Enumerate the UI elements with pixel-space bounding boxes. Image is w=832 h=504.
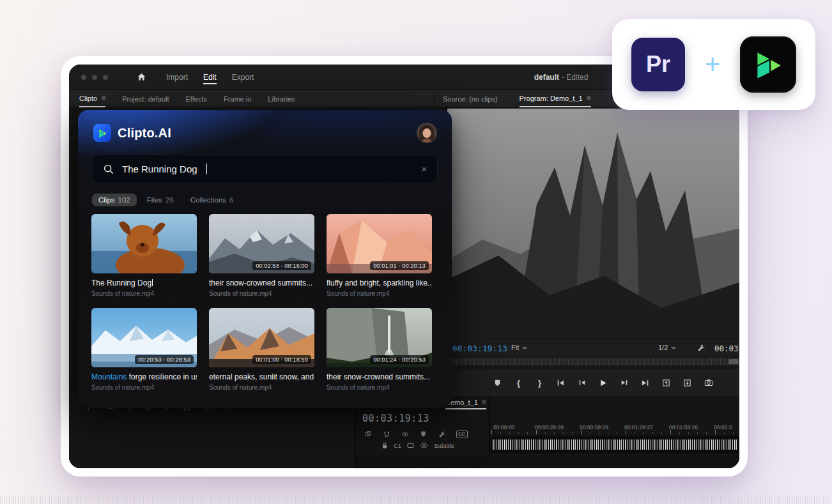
- premiere-pro-logo: Pr: [631, 38, 685, 91]
- playback-resolution-dropdown[interactable]: 1/2: [658, 344, 676, 351]
- clip-time-range: 00:02:53 - 00:16:00: [252, 261, 311, 270]
- tab-project[interactable]: Project: default: [122, 90, 169, 107]
- clip-card[interactable]: 00:01:00 - 00:18:59 eternal peaks, sunli…: [209, 308, 314, 391]
- mark-in-button[interactable]: {: [514, 378, 524, 388]
- linked-selection-icon[interactable]: [401, 430, 409, 438]
- result-tabs: Clips102 Files26 Collections6: [92, 194, 240, 206]
- clip-card[interactable]: 00:01:01 - 00:20:13 fluffy and bright, s…: [327, 214, 432, 297]
- transport-controls: { }: [447, 369, 739, 396]
- timeline-timecode[interactable]: 00:03:19:13: [362, 413, 429, 424]
- clipto-panel: Clipto.AI The Running Dog × Clips102 Fil…: [78, 110, 452, 408]
- window-dot-icon[interactable]: [81, 75, 86, 80]
- play-button[interactable]: [598, 378, 608, 388]
- clip-card[interactable]: 00:02:53 - 00:16:00 their snow-crowned s…: [209, 214, 314, 297]
- window-controls[interactable]: [81, 75, 108, 80]
- window-dot-icon[interactable]: [103, 75, 108, 80]
- project-name: default: [534, 73, 559, 82]
- clip-thumbnail-dog[interactable]: [91, 214, 197, 273]
- clip-time-range: 00:01:01 - 00:20:13: [370, 261, 429, 270]
- timeline-toolbar: CC: [364, 430, 468, 438]
- subtitle-clips-ticks: [493, 439, 738, 450]
- tab-source-monitor[interactable]: Source: (no clips): [443, 90, 498, 107]
- tab-collections[interactable]: Collections6: [184, 194, 240, 206]
- panel-tabs-left: Clipto ≡ Project: default Effects Frame.…: [79, 90, 295, 107]
- clip-filename: Sounds of nature.mp4: [327, 384, 432, 391]
- menu-edit[interactable]: Edit: [203, 70, 217, 84]
- clip-thumbnail-sunlit-peaks[interactable]: 00:01:00 - 00:18:59: [209, 308, 314, 367]
- tab-frameio[interactable]: Frame.io: [224, 90, 251, 107]
- fit-dropdown[interactable]: Fit: [511, 344, 527, 351]
- clip-thumbnail-pink-mountain[interactable]: 00:01:01 - 00:20:13: [327, 214, 432, 273]
- nest-icon[interactable]: [364, 430, 372, 438]
- timeline-footer: [356, 455, 739, 468]
- chevron-down-icon: [522, 346, 527, 349]
- tab-effects[interactable]: Effects: [186, 90, 207, 107]
- subtitle-clips-track[interactable]: [491, 436, 739, 454]
- tab-program-monitor[interactable]: Program: Demo_t_1 ≡: [520, 90, 591, 107]
- clip-time-range: 00:01:00 - 00:18:59: [252, 355, 311, 364]
- clip-thumbnail-rocky-mountain[interactable]: 00:02:53 - 00:16:00: [209, 214, 314, 273]
- track-label[interactable]: C1: [394, 442, 401, 449]
- step-back-button[interactable]: [577, 378, 587, 388]
- window-dot-icon[interactable]: [92, 75, 97, 80]
- subtitle-track-label: Subtitle: [434, 442, 454, 449]
- snap-magnet-icon[interactable]: [382, 430, 390, 438]
- edited-status: - Edited: [562, 73, 588, 82]
- captions-badge[interactable]: CC: [456, 431, 468, 438]
- monitor-controls-row: 00:03:19:13 Fit 1/2 00:03: [447, 340, 739, 356]
- timeline-marker-icon[interactable]: [419, 430, 428, 438]
- clip-thumbnail-waterfall-cliff[interactable]: 00:01:24 - 00:20:53: [327, 308, 432, 367]
- add-marker-button[interactable]: [493, 378, 503, 388]
- home-icon[interactable]: [137, 72, 146, 82]
- user-avatar[interactable]: [417, 123, 436, 142]
- clip-filename: Sounds of nature.mp4: [209, 290, 314, 297]
- panel-menu-icon[interactable]: ≡: [587, 94, 591, 103]
- mark-out-button[interactable]: }: [535, 378, 545, 388]
- eye-icon[interactable]: [420, 443, 428, 448]
- search-icon: [103, 164, 114, 175]
- step-forward-button[interactable]: [619, 378, 629, 388]
- main-menu: Import Edit Export: [166, 65, 254, 90]
- go-to-in-button[interactable]: [556, 378, 566, 388]
- track-output-icon[interactable]: [407, 443, 414, 448]
- clip-card[interactable]: The Running Dog Sounds of nature.mp4: [91, 214, 197, 297]
- clip-filename: Sounds of nature.mp4: [209, 384, 314, 391]
- timeline-settings-wrench-icon[interactable]: [438, 430, 446, 438]
- scrubber-handle[interactable]: [728, 359, 738, 364]
- search-input[interactable]: The Running Dog ×: [92, 155, 438, 183]
- panel-menu-icon[interactable]: ≡: [101, 94, 105, 103]
- clipto-header: Clipto.AI: [93, 123, 436, 142]
- clip-title: eternal peaks, sunlit snow, and...: [209, 372, 314, 381]
- menu-export[interactable]: Export: [232, 70, 254, 84]
- export-frame-camera-icon[interactable]: [704, 378, 714, 388]
- tab-clips[interactable]: Clips102: [92, 194, 137, 206]
- clip-filename: Sounds of nature.mp4: [327, 290, 432, 297]
- tab-clipto[interactable]: Clipto ≡: [79, 90, 105, 107]
- tab-libraries[interactable]: Libraries: [268, 90, 295, 107]
- extract-button[interactable]: [682, 378, 693, 388]
- monitor-settings-wrench-icon[interactable]: [697, 344, 705, 352]
- timeline-ruler[interactable]: 00:00:00 00:00:29:29 00:00:59:28 00:01:2…: [491, 424, 739, 434]
- promo-card: Pr +: [612, 19, 815, 110]
- menu-import[interactable]: Import: [166, 70, 188, 84]
- program-monitor: 00:03:19:13 Fit 1/2 00:03: [447, 107, 739, 396]
- go-to-out-button[interactable]: [640, 378, 651, 388]
- clipto-app-name: Clipto.AI: [118, 126, 171, 141]
- clip-thumbnail-snowy-mountain[interactable]: 00:20:53 - 00:28:53: [91, 308, 197, 367]
- tabs-divider: [435, 93, 435, 104]
- program-video-frame: [447, 109, 739, 339]
- clear-search-icon[interactable]: ×: [421, 164, 427, 174]
- clip-title: fluffy and bright, sparkling like...: [327, 279, 432, 287]
- subtitle-track-header: C1 Subtitle: [381, 442, 454, 449]
- lift-button[interactable]: [661, 378, 672, 388]
- panel-menu-icon[interactable]: ≡: [482, 398, 486, 407]
- panel-tabs-right: Source: (no clips) Program: Demo_t_1 ≡: [443, 90, 591, 107]
- clip-filename: Sounds of nature.mp4: [91, 384, 197, 391]
- clip-card[interactable]: 00:01:24 - 00:20:53 their snow-crowned s…: [327, 308, 432, 391]
- tab-files[interactable]: Files26: [141, 194, 180, 206]
- lock-icon[interactable]: [381, 442, 388, 449]
- monitor-timecode[interactable]: 00:03:19:13: [452, 344, 507, 353]
- clipto-logo: [740, 36, 796, 93]
- monitor-scrubber[interactable]: [447, 358, 739, 365]
- clip-card[interactable]: 00:20:53 - 00:28:53 Mountains forge resi…: [91, 308, 197, 391]
